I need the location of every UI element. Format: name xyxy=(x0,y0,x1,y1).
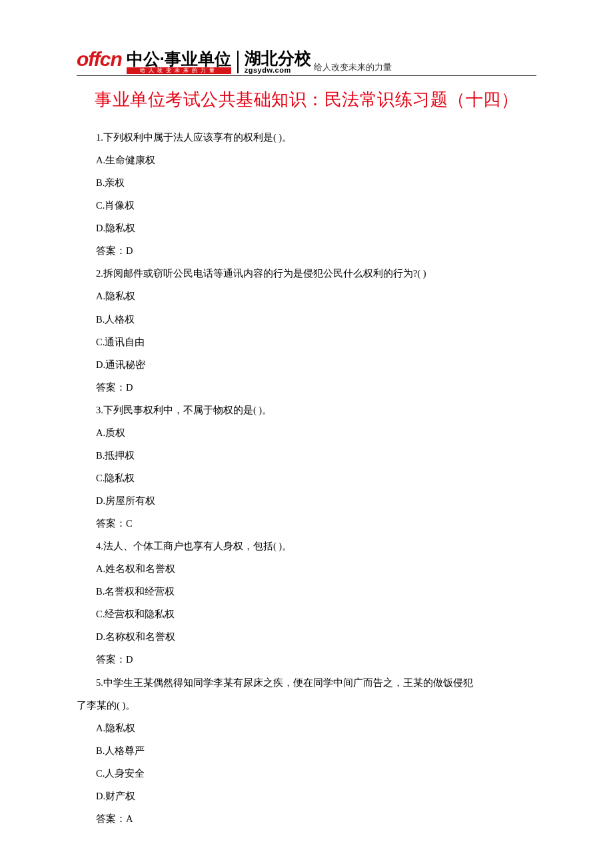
question-option: A.隐私权 xyxy=(77,717,536,739)
hubei-sub-text: zgsydw.com xyxy=(245,67,311,74)
question-stem: 3.下列民事权利中，不属于物权的是( )。 xyxy=(77,399,536,421)
content-body: 1.下列权利中属于法人应该享有的权利是( )。 A.生命健康权 B.亲权 C.肖… xyxy=(77,126,536,830)
question-option: B.抵押权 xyxy=(77,444,536,467)
header-slogan: 给人改变未来的力量 xyxy=(314,61,392,74)
question-answer: 答案：C xyxy=(77,512,536,535)
question-option: B.人格权 xyxy=(77,308,536,331)
question-answer: 答案：D xyxy=(77,648,536,671)
question-option: C.人身安全 xyxy=(77,762,536,785)
question-option: D.通讯秘密 xyxy=(77,353,536,376)
question-answer: 答案：A xyxy=(77,807,536,830)
question-option: D.隐私权 xyxy=(77,217,536,239)
question-option: B.亲权 xyxy=(77,171,536,194)
question-option: C.隐私权 xyxy=(77,467,536,489)
question-option: A.姓名权和名誉权 xyxy=(77,557,536,580)
page-header: offcn 中公·事业单位 给人改变未来的力量 湖北分校 zgsydw.com … xyxy=(77,50,536,76)
question-answer: 答案：D xyxy=(77,376,536,399)
question-option: A.生命健康权 xyxy=(77,149,536,171)
brand-block: 中公·事业单位 给人改变未来的力量 xyxy=(127,51,231,74)
question-option: C.通讯自由 xyxy=(77,331,536,353)
question-stem: 2.拆阅邮件或窃听公民电话等通讯内容的行为是侵犯公民什么权利的行为?( ) xyxy=(77,262,536,285)
logo-area: offcn 中公·事业单位 给人改变未来的力量 湖北分校 zgsydw.com xyxy=(77,50,311,74)
question-option: D.财产权 xyxy=(77,785,536,807)
hubei-block: 湖北分校 zgsydw.com xyxy=(245,50,311,74)
brand-sub-text: 给人改变未来的力量 xyxy=(127,67,231,74)
question-option: A.隐私权 xyxy=(77,285,536,307)
page-title: 事业单位考试公共基础知识：民法常识练习题（十四） xyxy=(77,88,536,111)
question-option: D.名称权和名誉权 xyxy=(77,625,536,648)
brand-main-text: 中公·事业单位 xyxy=(127,51,231,67)
question-stem: 5.中学生王某偶然得知同学李某有尿床之疾，便在同学中间广而告之，王某的做饭侵犯 xyxy=(77,671,536,694)
question-answer: 答案：D xyxy=(77,239,536,262)
logo-divider xyxy=(237,51,239,73)
question-stem-cont: 了李某的( )。 xyxy=(77,694,536,717)
question-option: D.房屋所有权 xyxy=(77,489,536,512)
question-option: C.肖像权 xyxy=(77,194,536,217)
offcn-logo: offcn xyxy=(77,48,122,71)
question-option: A.质权 xyxy=(77,421,536,444)
question-option: C.经营权和隐私权 xyxy=(77,603,536,625)
question-stem: 1.下列权利中属于法人应该享有的权利是( )。 xyxy=(77,126,536,149)
question-stem: 4.法人、个体工商户也享有人身权，包括( )。 xyxy=(77,535,536,557)
hubei-main-text: 湖北分校 xyxy=(245,50,311,67)
question-option: B.名誉权和经营权 xyxy=(77,580,536,603)
question-option: B.人格尊严 xyxy=(77,739,536,762)
